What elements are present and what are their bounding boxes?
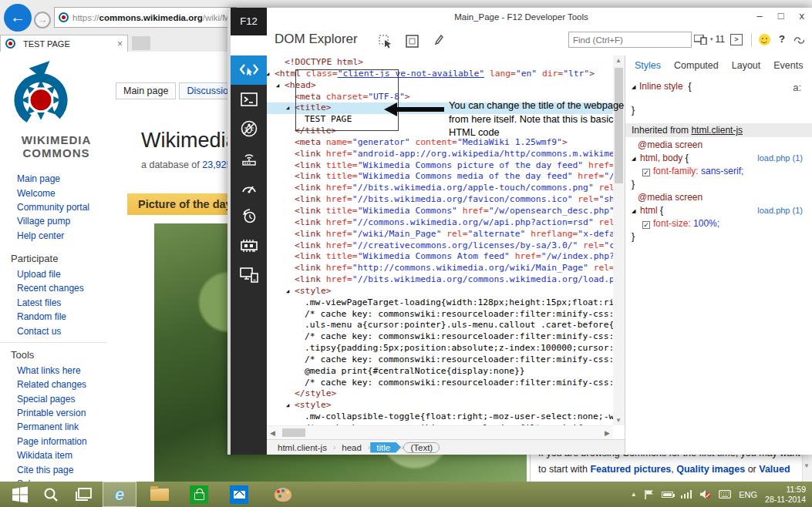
expand-arrow-icon[interactable]: ◢ <box>632 204 640 217</box>
dom-horizontal-scrollbar[interactable]: ◀ ▶ <box>267 425 613 439</box>
paint-button[interactable] <box>266 482 300 507</box>
devtools-titlebar[interactable]: Main_Page - F12 Developer Tools – □ x <box>231 8 812 29</box>
expand-arrow-icon[interactable]: ◢ <box>286 286 295 297</box>
profiler-icon[interactable] <box>231 202 267 231</box>
property-checkbox[interactable]: ✓ <box>642 221 650 229</box>
internet-explorer-button[interactable]: e <box>103 482 136 507</box>
welcome-link[interactable]: Featured pictures <box>590 464 671 475</box>
expand-arrow-icon[interactable]: ◢ <box>286 400 295 411</box>
document-mode-selector[interactable]: ▾ 11 <box>694 34 725 45</box>
breadcrumb-item-title[interactable]: title <box>370 442 401 453</box>
article-tab-main-page[interactable]: Main page <box>116 82 176 99</box>
console-icon[interactable] <box>231 85 267 114</box>
browser-tab[interactable]: TEST PAGE × <box>0 35 128 52</box>
scroll-right-icon[interactable]: ▶ <box>605 429 610 437</box>
sidebar-link-latest-files[interactable]: Latest files <box>0 296 113 310</box>
dom-tree-node[interactable]: /* cache key: commonswiki:resourceloader… <box>267 331 613 343</box>
language-indicator[interactable]: ENG <box>739 490 757 499</box>
style-source-link[interactable]: load.php (1) <box>757 152 803 165</box>
dom-tree-node[interactable]: /* cache key: commonswiki:resourceloader… <box>267 378 613 389</box>
breadcrumb-item-text[interactable]: (Text) <box>403 442 440 453</box>
dom-tree-node[interactable]: <link href="/wiki/Main_Page" rel="altern… <box>267 229 613 240</box>
dom-tree-node[interactable]: <link href="//creativecommons.org/licens… <box>267 240 613 252</box>
dom-tree-node[interactable]: <link title="Wikimedia Commons" href="/w… <box>267 206 613 217</box>
tab-styles[interactable]: Styles <box>635 60 661 71</box>
feedback-smiley-icon[interactable] <box>759 34 770 45</box>
help-icon[interactable]: ? <box>779 33 785 45</box>
welcome-link[interactable]: Quality images <box>676 464 745 475</box>
find-input[interactable] <box>568 32 692 48</box>
dom-tree-node[interactable]: .tipsy{padding:5px;position:absolute;z-i… <box>267 343 613 354</box>
expand-arrow-icon[interactable]: ◢ <box>276 80 285 92</box>
element-highlight-icon[interactable] <box>406 35 419 48</box>
dom-tree-node[interactable]: .mw-collapsible-toggle{float:right;-moz-… <box>267 411 613 423</box>
forward-button[interactable]: → <box>34 12 51 29</box>
dom-tree-node[interactable]: <link href="android-app://org.wikipedia/… <box>267 149 613 160</box>
sidebar-link-wikidata-item[interactable]: Wikidata item <box>0 448 113 462</box>
dom-tree-node[interactable]: <link href="//commons.wikimedia.org/w/ap… <box>267 217 613 229</box>
scroll-up-icon[interactable]: ▲ <box>615 57 622 64</box>
file-explorer-button[interactable] <box>143 482 176 507</box>
scrollbar-thumb[interactable] <box>282 428 305 437</box>
sidebar-link-permanent-link[interactable]: Permanent link <box>0 420 113 434</box>
dom-tree-node[interactable]: <link href="http://commons.wikimedia.org… <box>267 263 613 274</box>
color-picker-icon[interactable] <box>431 35 443 47</box>
dom-tree-node[interactable]: ◢<style> <box>267 286 613 297</box>
mail-button[interactable] <box>224 482 254 507</box>
new-tab-button[interactable] <box>132 36 150 50</box>
dom-tree-node[interactable]: ◢<style> <box>267 400 613 411</box>
sidebar-link-upload-file[interactable]: Upload file <box>0 267 113 281</box>
expand-arrow-icon[interactable]: ◢ <box>286 102 295 114</box>
action-center-flag-icon[interactable] <box>645 489 654 499</box>
sidebar-link-related-changes[interactable]: Related changes <box>0 378 113 391</box>
sidebar-link-cite-this-page[interactable]: Cite this page <box>0 462 113 476</box>
memory-icon[interactable] <box>231 231 267 260</box>
sidebar-link-village-pump[interactable]: Village pump <box>0 214 113 228</box>
scroll-down-icon[interactable]: ▼ <box>804 462 810 469</box>
dom-tree-node[interactable]: /* cache key: commonswiki:resourceloader… <box>267 309 613 321</box>
start-button[interactable] <box>5 482 35 507</box>
ui-responsiveness-icon[interactable] <box>231 173 267 202</box>
store-button[interactable] <box>184 482 214 507</box>
dom-tree-node[interactable]: <link title="Wikimedia Commons Atom feed… <box>267 251 613 263</box>
unpin-icon[interactable] <box>793 35 805 45</box>
task-view-button[interactable] <box>69 482 97 507</box>
network-signal-icon[interactable] <box>681 490 692 499</box>
expand-arrow-icon[interactable]: ◢ <box>632 152 640 165</box>
dom-tree-node[interactable]: <link title="Wikimedia Commons media of … <box>267 171 613 183</box>
emulation-icon[interactable] <box>231 260 267 290</box>
sidebar-link-community-portal[interactable]: Community portal <box>0 200 113 214</box>
taskbar-clock[interactable]: 11:59 28-11-2014 <box>765 485 806 504</box>
dom-tree-node[interactable]: @media print{#centralNotice{display:none… <box>267 366 613 378</box>
dom-tree-node[interactable]: <link href="//bits.wikimedia.org/apple-t… <box>267 183 613 194</box>
address-bar[interactable]: https://commons.wikimedia.org/wiki/Main_… <box>54 7 237 28</box>
sidebar-link-welcome[interactable]: Welcome <box>0 186 113 200</box>
sidebar-link-page-information[interactable]: Page information <box>0 435 113 448</box>
dom-tree-node[interactable]: /* cache key: commonswiki:resourceloader… <box>267 354 613 366</box>
dom-tree-node[interactable]: <link href="//bits.wikimedia.org/commons… <box>267 274 613 286</box>
open-console-icon[interactable]: > <box>730 34 743 45</box>
maximize-button[interactable]: □ <box>778 10 784 22</box>
dom-tree-node[interactable]: <link title="Wikimedia Commons picture o… <box>267 160 613 172</box>
scroll-down-icon[interactable]: ▼ <box>615 417 622 424</box>
breadcrumb-item-html.client-js[interactable]: html.client-js <box>271 442 333 453</box>
dom-explorer-icon[interactable] <box>231 55 267 85</box>
inherited-element-link[interactable]: html.client-js <box>691 125 743 136</box>
keyboard-icon[interactable] <box>719 490 731 499</box>
network-icon[interactable] <box>231 143 267 173</box>
debugger-icon[interactable] <box>231 114 267 143</box>
close-button[interactable]: x <box>800 10 805 22</box>
pseudo-state-toggle[interactable]: a: <box>793 82 801 93</box>
tab-close-icon[interactable]: × <box>117 39 123 49</box>
dom-tree-node[interactable]: <link href="//bits.wikimedia.org/favicon… <box>267 194 613 206</box>
sidebar-link-what-links-here[interactable]: What links here <box>0 364 113 378</box>
tab-layout[interactable]: Layout <box>732 60 761 71</box>
battery-icon[interactable] <box>662 492 673 498</box>
style-source-link[interactable]: load.php (1) <box>757 204 803 217</box>
sidebar-link-help-center[interactable]: Help center <box>0 229 113 243</box>
sidebar-link-random-file[interactable]: Random file <box>0 310 113 324</box>
volume-muted-icon[interactable] <box>699 489 711 499</box>
dom-tree-node[interactable]: </style> <box>267 388 613 400</box>
hidden-icons-chevron-icon[interactable]: ▲ <box>631 491 637 498</box>
commons-logo[interactable]: WIKIMEDIA COMMONS <box>0 52 113 159</box>
